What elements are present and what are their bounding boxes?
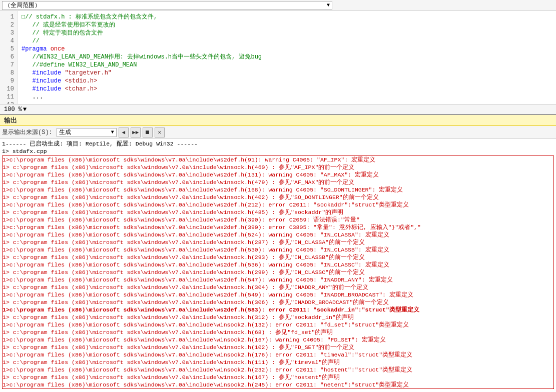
output-section: 输出 显示输出来源(S): 生成 ▼ ◀ ▶▶ ⏹ ✕ 1------ 已启动生… xyxy=(0,115,556,392)
output-line: 1>c:\program files (x86)\microsoft sdks\… xyxy=(3,381,553,388)
code-line: //#define WIN32_LEAN_AND_MEAN xyxy=(22,61,552,69)
code-line: #pragma once xyxy=(22,45,552,53)
output-line: 1>c:\program files (x86)\microsoft sdks\… xyxy=(3,231,553,238)
output-source-arrow: ▼ xyxy=(111,130,114,135)
code-line: //WIN32_LEAN_AND_MEAN作用: 去掉windows.h当中一些… xyxy=(22,53,552,61)
toolbar-btn-close[interactable]: ✕ xyxy=(155,128,165,138)
output-content[interactable]: 1------ 已启动生成: 项目: Reptile, 配置: Debug Wi… xyxy=(0,139,556,392)
output-line: 1> c:\program files (x86)\microsoft sdks… xyxy=(3,268,553,276)
output-header: 输出 xyxy=(0,115,556,126)
output-line: 1>c:\program files (x86)\microsoft sdks\… xyxy=(3,246,553,254)
output-line: 1> c:\program files (x86)\microsoft sdks… xyxy=(3,328,553,336)
toolbar-btn-back[interactable]: ◀ xyxy=(119,128,129,138)
output-line: 1> c:\program files (x86)\microsoft sdks… xyxy=(3,284,553,291)
output-source-value: 生成 xyxy=(59,128,71,136)
output-line: 1> c:\program files (x86)\microsoft sdks… xyxy=(3,358,553,366)
output-line: 1> c:\program files (x86)\microsoft sdks… xyxy=(3,298,553,306)
zoom-arrow[interactable]: ▼ xyxy=(23,106,27,113)
line-numbers: 12345678910111213 xyxy=(0,11,18,104)
output-line: 1>c:\program files (x86)\microsoft sdks\… xyxy=(3,336,553,344)
output-line: 1>c:\program files (x86)\microsoft sdks\… xyxy=(3,276,553,284)
output-line: 1> c:\program files (x86)\microsoft sdks… xyxy=(3,164,553,171)
output-line: 1> c:\program files (x86)\microsoft sdks… xyxy=(3,314,553,321)
output-line: 1> c:\program files (x86)\microsoft sdks… xyxy=(3,238,553,246)
toolbar-btn-stop[interactable]: ⏹ xyxy=(143,128,153,138)
scope-label: （全局范围） xyxy=(5,1,41,10)
code-content[interactable]: □// stdafx.h : 标准系统包含文件的包含文件, // 或是经常使用但… xyxy=(18,11,556,104)
output-line: 1>c:\program files (x86)\microsoft sdks\… xyxy=(3,306,553,314)
output-line: 1>c:\program files (x86)\microsoft sdks\… xyxy=(3,201,553,208)
code-line: #include <stdio.h> xyxy=(22,77,552,85)
output-line: 1>c:\program files (x86)\microsoft sdks\… xyxy=(3,216,553,224)
scope-bar: （全局范围） ▼ xyxy=(0,0,556,11)
output-line: 1>c:\program files (x86)\microsoft sdks\… xyxy=(3,186,553,194)
editor-section: （全局范围） ▼ 12345678910111213 □// stdafx.h … xyxy=(0,0,556,115)
output-line: 1> c:\program files (x86)\microsoft sdks… xyxy=(3,208,553,216)
output-line: 1>c:\program files (x86)\microsoft sdks\… xyxy=(3,261,553,268)
output-source-dropdown[interactable]: 生成 ▼ xyxy=(57,128,117,137)
code-line: // xyxy=(22,37,552,45)
code-line: // 或是经常使用但不常更改的 xyxy=(22,21,552,29)
output-line: 1>c:\program files (x86)\microsoft sdks\… xyxy=(3,321,553,328)
output-line: 1>c:\program files (x86)\microsoft sdks\… xyxy=(3,156,553,164)
code-area: 12345678910111213 □// stdafx.h : 标准系统包含文… xyxy=(0,11,556,104)
output-line: 1> c:\program files (x86)\microsoft sdks… xyxy=(3,254,553,261)
output-line: 1------ 已启动生成: 项目: Reptile, 配置: Debug Wi… xyxy=(2,140,554,148)
output-line: 1>c:\program files (x86)\microsoft sdks\… xyxy=(3,351,553,358)
toolbar-btn-forward[interactable]: ▶▶ xyxy=(131,128,141,138)
output-line: 1>c:\program files (x86)\microsoft sdks\… xyxy=(3,366,553,374)
output-line: 1>c:\program files (x86)\microsoft sdks\… xyxy=(3,171,553,178)
output-toolbar: 显示输出来源(S): 生成 ▼ ◀ ▶▶ ⏹ ✕ xyxy=(0,126,556,139)
code-line: // 特定于项目的包含文件 xyxy=(22,29,552,37)
output-line: 1> c:\program files (x86)\microsoft sdks… xyxy=(3,344,553,351)
error-block: 1>c:\program files (x86)\microsoft sdks\… xyxy=(2,156,554,389)
code-line: ... xyxy=(22,93,552,101)
zoom-bar: 100 % ▼ xyxy=(0,104,556,114)
code-line: #include "targetver.h" xyxy=(22,69,552,77)
output-line: 1>c:\program files (x86)\microsoft sdks\… xyxy=(3,224,553,231)
code-line: #include <tchar.h> xyxy=(22,85,552,93)
output-line: 1> c:\program files (x86)\microsoft sdks… xyxy=(3,194,553,201)
zoom-level: 100 % xyxy=(4,106,22,113)
output-source-label: 显示输出来源(S): xyxy=(2,128,53,136)
output-line: 1> stdafx.cpp xyxy=(2,148,554,155)
scope-dropdown[interactable]: （全局范围） ▼ xyxy=(2,1,332,10)
scope-dropdown-arrow: ▼ xyxy=(327,2,330,8)
output-line: 1> c:\program files (x86)\microsoft sdks… xyxy=(3,178,553,186)
output-line: 1> c:\program files (x86)\microsoft sdks… xyxy=(3,374,553,381)
output-title: 输出 xyxy=(4,116,17,125)
code-line: □// stdafx.h : 标准系统包含文件的包含文件, xyxy=(22,13,552,21)
output-line: 1>c:\program files (x86)\microsoft sdks\… xyxy=(3,291,553,298)
